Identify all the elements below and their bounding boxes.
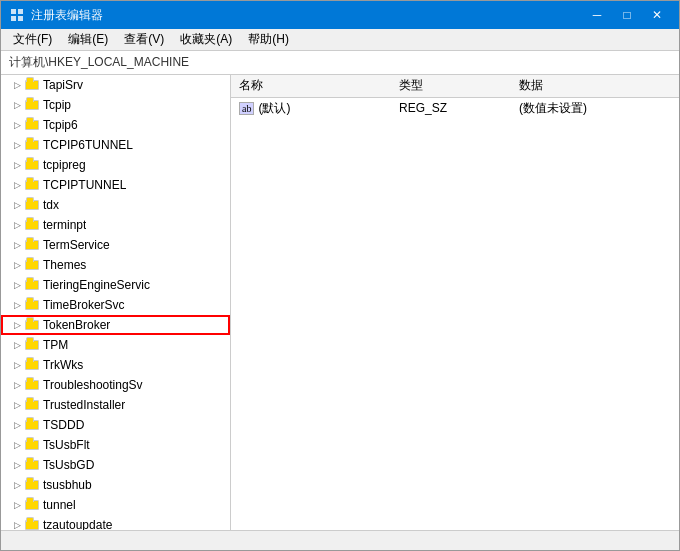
tree-label: tsusbhub: [43, 478, 92, 492]
menu-view[interactable]: 查看(V): [116, 29, 172, 50]
registry-editor-window: 注册表编辑器 ─ □ ✕ 文件(F) 编辑(E) 查看(V) 收藏夹(A) 帮助…: [0, 0, 680, 551]
minimize-button[interactable]: ─: [583, 3, 611, 27]
tree-label: TapiSrv: [43, 78, 83, 92]
expand-icon: ▷: [9, 297, 25, 313]
tree-label: tzautoupdate: [43, 518, 112, 530]
expand-icon: ▷: [9, 417, 25, 433]
cell-type: REG_SZ: [391, 97, 511, 119]
tree-item-trkwks[interactable]: ▷ TrkWks: [1, 355, 230, 375]
tree-item-timebrokersvc[interactable]: ▷ TimeBrokerSvc: [1, 295, 230, 315]
tree-item-tdx[interactable]: ▷ tdx: [1, 195, 230, 215]
tree-label: TCPIPTUNNEL: [43, 178, 126, 192]
menu-bar: 文件(F) 编辑(E) 查看(V) 收藏夹(A) 帮助(H): [1, 29, 679, 51]
svg-rect-2: [11, 16, 16, 21]
folder-icon: [25, 400, 39, 410]
tree-item-tsusbflt[interactable]: ▷ TsUsbFlt: [1, 435, 230, 455]
expand-icon: ▷: [9, 217, 25, 233]
column-header-name: 名称: [231, 75, 391, 97]
tree-item-tapisrv[interactable]: ▷ TapiSrv: [1, 75, 230, 95]
folder-icon: [25, 120, 39, 130]
tree-item-tcpip6tunnel[interactable]: ▷ TCPIP6TUNNEL: [1, 135, 230, 155]
tree-item-themes[interactable]: ▷ Themes: [1, 255, 230, 275]
expand-icon: ▷: [9, 497, 25, 513]
expand-icon: ▷: [9, 517, 25, 530]
expand-icon: ▷: [9, 157, 25, 173]
folder-icon: [25, 480, 39, 490]
status-bar: [1, 530, 679, 550]
tree-label: TimeBrokerSvc: [43, 298, 125, 312]
tree-item-tsddd[interactable]: ▷ TSDDD: [1, 415, 230, 435]
cell-data: (数值未设置): [511, 97, 679, 119]
tree-item-troubleshootingsv[interactable]: ▷ TroubleshootingSv: [1, 375, 230, 395]
folder-icon: [25, 200, 39, 210]
folder-icon: [25, 380, 39, 390]
folder-icon: [25, 440, 39, 450]
tree-label: tdx: [43, 198, 59, 212]
tree-label: TrkWks: [43, 358, 83, 372]
close-button[interactable]: ✕: [643, 3, 671, 27]
tree-item-tsusbgd[interactable]: ▷ TsUsbGD: [1, 455, 230, 475]
tree-item-terminpt[interactable]: ▷ terminpt: [1, 215, 230, 235]
folder-icon: [25, 320, 39, 330]
address-bar: 计算机\HKEY_LOCAL_MACHINE: [1, 51, 679, 75]
tree-label: TroubleshootingSv: [43, 378, 143, 392]
svg-rect-1: [18, 9, 23, 14]
table-row[interactable]: ab (默认) REG_SZ (数值未设置): [231, 97, 679, 119]
tree-label: Tcpip6: [43, 118, 78, 132]
menu-help[interactable]: 帮助(H): [240, 29, 297, 50]
menu-file[interactable]: 文件(F): [5, 29, 60, 50]
app-icon: [9, 7, 25, 23]
expand-icon: ▷: [9, 177, 25, 193]
folder-icon: [25, 160, 39, 170]
tree-item-tokenbroker[interactable]: ▷ TokenBroker: [1, 315, 230, 335]
folder-icon: [25, 180, 39, 190]
tree-item-tcpipreg[interactable]: ▷ tcpipreg: [1, 155, 230, 175]
svg-rect-0: [11, 9, 16, 14]
registry-values-table: 名称 类型 数据 ab (默认) REG_SZ: [231, 75, 679, 119]
tree-label: TsUsbGD: [43, 458, 94, 472]
expand-icon: ▷: [9, 457, 25, 473]
expand-icon: ▷: [9, 197, 25, 213]
folder-icon: [25, 240, 39, 250]
tree-item-tcpiptunnel[interactable]: ▷ TCPIPTUNNEL: [1, 175, 230, 195]
column-header-type: 类型: [391, 75, 511, 97]
main-content: ▷ TapiSrv ▷ Tcpip ▷ Tcpip6 ▷ TCPIP6TUNNE…: [1, 75, 679, 530]
folder-icon: [25, 80, 39, 90]
tree-item-trustedinstaller[interactable]: ▷ TrustedInstaller: [1, 395, 230, 415]
expand-icon: ▷: [9, 317, 25, 333]
tree-item-tzautoupdate[interactable]: ▷ tzautoupdate: [1, 515, 230, 530]
menu-edit[interactable]: 编辑(E): [60, 29, 116, 50]
folder-icon: [25, 520, 39, 530]
expand-icon: ▷: [9, 277, 25, 293]
expand-icon: ▷: [9, 137, 25, 153]
window-title: 注册表编辑器: [31, 7, 583, 24]
menu-favorites[interactable]: 收藏夹(A): [172, 29, 240, 50]
expand-icon: ▷: [9, 257, 25, 273]
folder-icon: [25, 100, 39, 110]
tree-label: TSDDD: [43, 418, 84, 432]
tree-item-tieringengineservice[interactable]: ▷ TieringEngineServic: [1, 275, 230, 295]
expand-icon: ▷: [9, 397, 25, 413]
tree-item-tpm[interactable]: ▷ TPM: [1, 335, 230, 355]
tree-label: tcpipreg: [43, 158, 86, 172]
tree-label: Tcpip: [43, 98, 71, 112]
tree-item-tunnel[interactable]: ▷ tunnel: [1, 495, 230, 515]
folder-icon: [25, 500, 39, 510]
tree-label: TCPIP6TUNNEL: [43, 138, 133, 152]
tree-item-tcpip[interactable]: ▷ Tcpip: [1, 95, 230, 115]
title-bar: 注册表编辑器 ─ □ ✕: [1, 1, 679, 29]
expand-icon: ▷: [9, 97, 25, 113]
value-type-icon: ab: [239, 102, 254, 115]
registry-values-pane: 名称 类型 数据 ab (默认) REG_SZ: [231, 75, 679, 530]
tree-label: tunnel: [43, 498, 76, 512]
maximize-button[interactable]: □: [613, 3, 641, 27]
tree-item-tcpip6[interactable]: ▷ Tcpip6: [1, 115, 230, 135]
tree-label: TermService: [43, 238, 110, 252]
folder-icon: [25, 220, 39, 230]
folder-icon: [25, 140, 39, 150]
tree-item-tsusbhub[interactable]: ▷ tsusbhub: [1, 475, 230, 495]
address-path: 计算机\HKEY_LOCAL_MACHINE: [9, 54, 189, 71]
tree-item-termservice[interactable]: ▷ TermService: [1, 235, 230, 255]
folder-icon: [25, 340, 39, 350]
expand-icon: ▷: [9, 337, 25, 353]
